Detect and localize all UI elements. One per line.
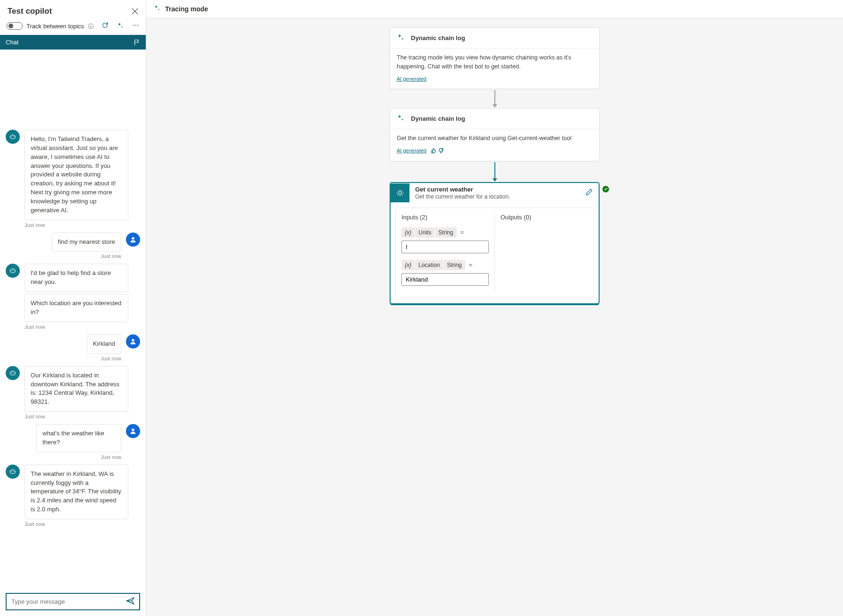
svg-point-20 [13, 471, 14, 472]
svg-rect-10 [10, 269, 15, 273]
chat-tab[interactable]: Chat [0, 35, 146, 50]
svg-rect-6 [10, 135, 15, 139]
timestamp: Just now [6, 356, 121, 361]
check-badge-icon [602, 186, 609, 192]
svg-point-16 [13, 373, 14, 373]
node-get-current-weather[interactable]: Get current weather Get the current weat… [390, 182, 600, 304]
svg-point-12 [13, 271, 14, 271]
send-icon[interactable] [126, 597, 134, 607]
outputs-column: Outputs (0) [501, 214, 588, 292]
svg-point-17 [132, 429, 134, 431]
user-message-row: find my nearest store [6, 233, 140, 252]
svg-point-21 [399, 191, 402, 194]
node-title: Dynamic chain log [411, 115, 465, 122]
user-message-row: Kirkland [6, 334, 140, 354]
svg-point-9 [132, 237, 134, 239]
refresh-icon[interactable] [101, 22, 109, 30]
svg-rect-14 [10, 371, 15, 375]
track-topics-toggle[interactable] [7, 22, 23, 30]
svg-point-19 [11, 471, 12, 472]
canvas[interactable]: Dynamic chain log The tracing mode lets … [146, 18, 843, 616]
inputs-column: Inputs (2) {x}UnitsString={x}LocationStr… [401, 214, 489, 292]
message-input-row [6, 593, 140, 610]
svg-rect-18 [10, 470, 15, 473]
bot-avatar-icon [6, 130, 20, 144]
node-title: Dynamic chain log [411, 34, 465, 42]
chat-messages: Hello, I'm Tailwind Traders, a virtual a… [6, 130, 140, 532]
bot-message-row: I'd be glad to help find a store near yo… [6, 264, 140, 292]
timestamp: Just now [25, 324, 140, 330]
svg-point-11 [11, 271, 12, 271]
sparkle-icon [397, 33, 404, 42]
user-avatar-icon [126, 233, 140, 247]
tracing-title: Tracing mode [165, 5, 208, 13]
timestamp: Just now [6, 253, 121, 259]
param-row: {x}UnitsString= [401, 227, 489, 238]
param-type: String [435, 227, 456, 238]
user-avatar-icon [126, 424, 140, 438]
toggle-label: Track between topics [26, 23, 84, 30]
svg-point-8 [13, 136, 14, 137]
svg-point-7 [11, 136, 12, 137]
equals-icon: = [469, 261, 473, 268]
info-icon[interactable] [88, 23, 94, 29]
bot-avatar-icon [6, 366, 20, 380]
bot-message: The weather in Kirkland, WA is currently… [25, 465, 128, 519]
bot-message-row: Hello, I'm Tailwind Traders, a virtual a… [6, 130, 140, 220]
thumbs-down-icon[interactable] [438, 148, 444, 154]
svg-point-5 [137, 25, 138, 25]
timestamp: Just now [6, 454, 121, 460]
user-message: Kirkland [87, 334, 121, 354]
sparkle-icon[interactable] [117, 22, 124, 30]
node-dynamic-chain-1[interactable]: Dynamic chain log The tracing mode lets … [390, 27, 600, 89]
bot-avatar-icon [6, 465, 20, 479]
param-name: Location [415, 260, 443, 270]
svg-rect-2 [91, 25, 91, 27]
outputs-label: Outputs (0) [501, 214, 588, 221]
svg-point-13 [132, 339, 134, 341]
bot-message: Hello, I'm Tailwind Traders, a virtual a… [25, 130, 128, 220]
close-icon[interactable] [132, 8, 138, 15]
svg-point-1 [91, 25, 91, 25]
test-copilot-panel: Test copilot Track between topics Chat H… [0, 0, 146, 616]
bot-message-row: Which location are you interested in? [6, 294, 140, 322]
sparkle-icon [397, 114, 404, 123]
weather-icon [391, 183, 409, 202]
ai-generated-link[interactable]: AI generated [397, 147, 426, 155]
timestamp: Just now [25, 414, 140, 419]
arrow-icon [494, 90, 495, 107]
equals-icon: = [460, 229, 464, 236]
bot-message: Which location are you interested in? [25, 294, 128, 322]
user-message: find my nearest store [52, 233, 121, 252]
message-input[interactable] [11, 598, 126, 605]
node-body-text: The tracing mode lets you view how dynam… [397, 53, 593, 71]
param-value-input[interactable] [401, 241, 489, 253]
panel-title: Test copilot [8, 7, 52, 16]
param-name: Units [415, 227, 435, 238]
more-icon[interactable] [132, 22, 139, 30]
svg-point-3 [133, 25, 134, 25]
flag-icon[interactable] [134, 39, 140, 46]
svg-point-4 [135, 25, 136, 25]
param-value-input[interactable] [401, 273, 489, 286]
param-type: String [443, 260, 465, 270]
bot-avatar-icon [6, 264, 20, 278]
tool-subtitle: Get the current weather for a location. [415, 193, 580, 200]
tracing-panel: Tracing mode Dynamic chain log The traci… [146, 0, 843, 616]
timestamp: Just now [25, 222, 140, 228]
bot-message: I'd be glad to help find a store near yo… [25, 264, 128, 292]
node-dynamic-chain-2[interactable]: Dynamic chain log Get the current weathe… [390, 108, 600, 161]
edit-icon[interactable] [585, 188, 593, 197]
bot-message: Our Kirkland is located in downtown Kirk… [25, 366, 128, 412]
chat-scroll[interactable]: Hello, I'm Tailwind Traders, a virtual a… [0, 50, 146, 591]
user-message: what's the weather like there? [36, 424, 121, 452]
timestamp: Just now [25, 521, 140, 527]
thumbs-up-icon[interactable] [430, 148, 436, 154]
param-var-icon: {x} [401, 227, 415, 238]
sparkle-icon [154, 5, 160, 13]
inputs-label: Inputs (2) [401, 214, 489, 221]
user-message-row: what's the weather like there? [6, 424, 140, 452]
param-var-icon: {x} [401, 260, 415, 270]
bot-message-row: The weather in Kirkland, WA is currently… [6, 465, 140, 519]
ai-generated-link[interactable]: AI generated [397, 75, 426, 83]
